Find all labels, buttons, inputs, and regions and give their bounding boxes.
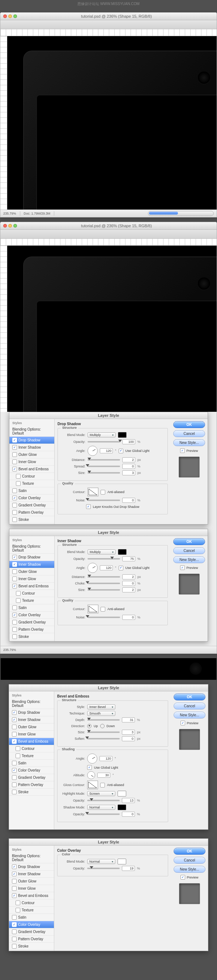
style-drop-shadow[interactable]: Drop Shadow [9, 709, 54, 716]
style-contour[interactable]: Contour [9, 899, 54, 907]
style-gradient-overlay[interactable]: Gradient Overlay [10, 619, 54, 626]
canvas[interactable] [7, 36, 217, 210]
style-blending-options[interactable]: Blending Options: Default [10, 426, 54, 437]
style-inner-shadow[interactable]: Inner Shadow [9, 870, 54, 878]
style-pattern-overlay[interactable]: Pattern Overlay [10, 509, 54, 516]
direction-up-radio[interactable] [87, 724, 91, 728]
preview-checkbox[interactable] [180, 448, 185, 453]
maximize-icon[interactable] [13, 224, 17, 228]
horizontal-scrollbar[interactable] [148, 211, 214, 216]
shadow-color-swatch[interactable] [118, 805, 126, 810]
depth-value[interactable]: 31 [122, 718, 135, 722]
style-color-overlay[interactable]: Color Overlay [9, 767, 54, 774]
cancel-button[interactable]: Cancel [173, 547, 205, 554]
style-stroke[interactable]: Stroke [9, 789, 54, 796]
noise-value[interactable]: 0 [122, 615, 135, 620]
opacity-slider[interactable] [88, 441, 120, 442]
style-drop-shadow[interactable]: Drop Shadow [10, 437, 54, 444]
minimize-icon[interactable] [8, 224, 12, 228]
style-texture[interactable]: Texture [9, 907, 54, 914]
style-gradient-overlay[interactable]: Gradient Overlay [10, 502, 54, 509]
style-texture[interactable]: Texture [10, 597, 54, 605]
style-outer-glow[interactable]: Outer Glow [9, 878, 54, 885]
knockout-checkbox[interactable] [86, 504, 91, 509]
style-stroke[interactable]: Stroke [10, 633, 54, 640]
style-color-overlay[interactable]: Color Overlay [10, 495, 54, 502]
style-gradient-overlay[interactable]: Gradient Overlay [9, 774, 54, 781]
style-blending-options[interactable]: Blending Options: Default [10, 543, 54, 554]
style-drop-shadow[interactable]: Drop Shadow [10, 554, 54, 561]
angle-value[interactable]: 120 [100, 448, 113, 453]
size-value[interactable]: 3 [122, 730, 135, 735]
anti-aliased-checkbox[interactable] [101, 490, 105, 495]
preview-checkbox[interactable] [180, 721, 185, 725]
direction-down-radio[interactable] [100, 724, 105, 728]
style-bevel-emboss[interactable]: Bevel and Emboss [9, 738, 54, 745]
global-light-checkbox[interactable] [87, 765, 92, 770]
soften-value[interactable]: 0 [122, 736, 135, 741]
style-stroke[interactable]: Stroke [9, 943, 54, 950]
distance-slider[interactable] [88, 576, 120, 578]
noise-slider[interactable] [88, 500, 120, 501]
new-style-button[interactable]: New Style... [173, 556, 205, 563]
size-value[interactable]: 2 [122, 587, 135, 592]
anti-aliased-checkbox[interactable] [100, 783, 105, 788]
opacity-value[interactable]: 75 [122, 556, 135, 562]
new-style-button[interactable]: New Style... [174, 866, 206, 873]
style-inner-shadow[interactable]: Inner Shadow [9, 716, 54, 724]
new-style-button[interactable]: New Style... [173, 439, 205, 446]
angle-value[interactable]: 120 [100, 565, 113, 570]
style-bevel-emboss[interactable]: Bevel and Emboss [9, 892, 54, 899]
style-inner-glow[interactable]: Inner Glow [9, 885, 54, 892]
style-outer-glow[interactable]: Outer Glow [10, 451, 54, 458]
canvas[interactable] [7, 246, 217, 412]
style-bevel-emboss[interactable]: Bevel and Emboss [10, 466, 54, 473]
close-icon[interactable] [3, 14, 7, 18]
color-swatch[interactable] [118, 859, 126, 864]
style-bevel-emboss[interactable]: Bevel and Emboss [10, 583, 54, 590]
style-pattern-overlay[interactable]: Pattern Overlay [9, 935, 54, 943]
shadow-opacity-slider[interactable] [87, 813, 120, 815]
maximize-icon[interactable] [13, 14, 17, 18]
angle-dial[interactable] [87, 754, 97, 764]
blend-mode-select[interactable]: Normal [87, 859, 115, 864]
style-color-overlay[interactable]: Color Overlay [9, 921, 54, 928]
distance-value[interactable]: 2 [122, 574, 135, 579]
highlight-opacity-value[interactable]: 13 [122, 798, 135, 803]
shadow-mode-select[interactable]: Normal [87, 805, 115, 810]
style-stroke[interactable]: Stroke [10, 516, 54, 523]
opacity-slider[interactable] [87, 868, 120, 869]
angle-value[interactable]: 120 [99, 756, 112, 761]
spread-slider[interactable] [88, 466, 120, 467]
style-satin[interactable]: Satin [9, 914, 54, 921]
ok-button[interactable]: OK [173, 538, 205, 545]
global-light-checkbox[interactable] [119, 449, 123, 453]
size-slider[interactable] [88, 589, 120, 590]
style-contour[interactable]: Contour [9, 745, 54, 752]
gloss-contour-swatch[interactable] [87, 781, 98, 789]
blend-mode-select[interactable]: Multiply [88, 549, 116, 554]
minimize-icon[interactable] [8, 14, 12, 18]
angle-dial[interactable] [88, 563, 97, 573]
style-blending-options[interactable]: Blending Options: Default [9, 698, 54, 709]
style-inner-glow[interactable]: Inner Glow [9, 731, 54, 738]
choke-slider[interactable] [88, 583, 120, 584]
highlight-color-swatch[interactable] [118, 791, 126, 797]
altitude-value[interactable]: 30 [97, 773, 110, 778]
style-inner-glow[interactable]: Inner Glow [10, 458, 54, 466]
preview-checkbox[interactable] [180, 875, 185, 880]
noise-slider[interactable] [88, 617, 120, 618]
style-inner-shadow[interactable]: Inner Shadow [10, 561, 54, 568]
technique-select[interactable]: Smooth [87, 711, 115, 716]
style-satin[interactable]: Satin [10, 605, 54, 612]
ok-button[interactable]: OK [174, 694, 206, 700]
cancel-button[interactable]: Cancel [174, 857, 206, 864]
choke-value[interactable]: 0 [122, 581, 135, 586]
style-contour[interactable]: Contour [10, 473, 54, 480]
style-gradient-overlay[interactable]: Gradient Overlay [9, 928, 54, 935]
close-icon[interactable] [3, 224, 7, 228]
highlight-opacity-slider[interactable] [87, 800, 120, 801]
style-texture[interactable]: Texture [9, 752, 54, 760]
size-slider[interactable] [87, 732, 120, 733]
spread-value[interactable]: 0 [122, 464, 135, 469]
